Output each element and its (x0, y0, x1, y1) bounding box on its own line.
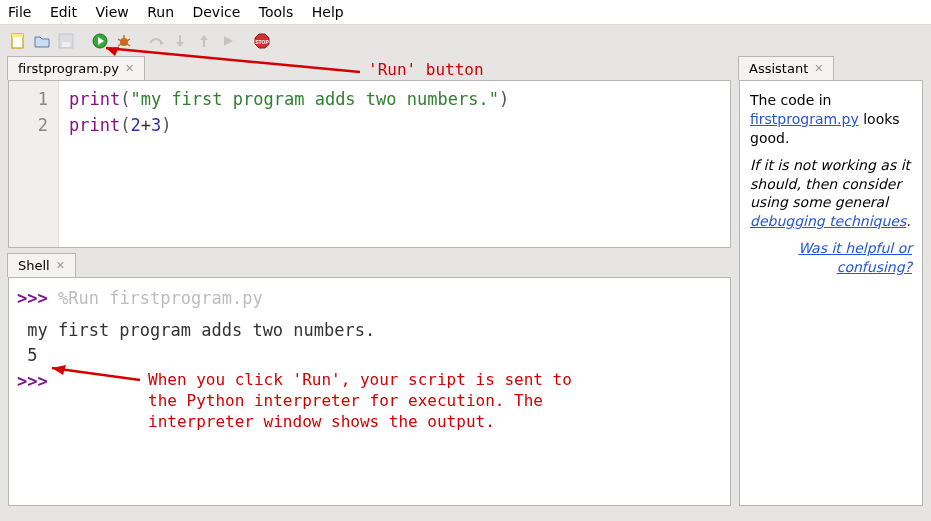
editor-panel: firstprogram.py ✕ 1 2 print("my first pr… (8, 57, 731, 248)
code-line[interactable]: print("my first program adds two numbers… (69, 87, 720, 113)
step-over-icon[interactable] (146, 31, 166, 51)
code-line[interactable]: print(2+3) (69, 113, 720, 139)
debug-icon[interactable] (114, 31, 134, 51)
assistant-tab-label: Assistant (749, 61, 808, 76)
assistant-text: The code in (750, 92, 831, 108)
tab-close-icon[interactable]: ✕ (814, 62, 823, 75)
svg-line-11 (127, 44, 130, 46)
assistant-text: If it is not working as it should, then … (750, 157, 910, 211)
shell-run-command: %Run firstprogram.py (58, 288, 263, 308)
tab-close-icon[interactable]: ✕ (125, 62, 134, 75)
shell-panel-container: Shell ✕ >>> %Run firstprogram.py my firs… (8, 254, 731, 506)
editor-tab[interactable]: firstprogram.py ✕ (7, 56, 145, 80)
svg-marker-16 (200, 35, 208, 40)
menu-edit[interactable]: Edit (50, 4, 77, 20)
menubar: File Edit View Run Device Tools Help (0, 0, 931, 25)
menu-tools[interactable]: Tools (259, 4, 294, 20)
open-file-icon[interactable] (32, 31, 52, 51)
code-editor[interactable]: 1 2 print("my first program adds two num… (9, 81, 730, 247)
assistant-content: The code in firstprogram.py looks good. … (740, 81, 922, 505)
step-out-icon[interactable] (194, 31, 214, 51)
svg-rect-1 (12, 34, 23, 37)
menu-file[interactable]: File (8, 4, 31, 20)
menu-run[interactable]: Run (147, 4, 174, 20)
run-icon[interactable] (90, 31, 110, 51)
save-icon[interactable] (56, 31, 76, 51)
step-into-icon[interactable] (170, 31, 190, 51)
svg-marker-14 (176, 42, 184, 47)
debugging-link[interactable]: debugging techniques (750, 213, 906, 229)
new-file-icon[interactable] (8, 31, 28, 51)
shell-tab-label: Shell (18, 258, 50, 273)
menu-device[interactable]: Device (192, 4, 240, 20)
svg-point-6 (120, 38, 128, 46)
shell-output[interactable]: >>> %Run firstprogram.py my first progra… (9, 278, 730, 505)
toolbar: STOP (0, 25, 931, 57)
line-gutter: 1 2 (9, 81, 59, 247)
svg-marker-17 (224, 36, 233, 46)
shell-output-line: my first program adds two numbers. (17, 318, 720, 344)
svg-line-10 (118, 44, 121, 46)
menu-help[interactable]: Help (312, 4, 344, 20)
svg-rect-3 (62, 42, 70, 47)
shell-output-line: 5 (17, 343, 720, 369)
svg-line-9 (127, 39, 130, 41)
assistant-panel-container: Assistant ✕ The code in firstprogram.py … (739, 57, 923, 506)
shell-prompt: >>> (17, 288, 48, 308)
assistant-text: . (906, 213, 910, 229)
resume-icon[interactable] (218, 31, 238, 51)
assistant-file-link[interactable]: firstprogram.py (750, 111, 859, 127)
assistant-tab[interactable]: Assistant ✕ (738, 56, 834, 80)
shell-prompt: >>> (17, 371, 48, 391)
assistant-feedback-link[interactable]: Was it helpful or confusing? (798, 240, 912, 275)
tab-close-icon[interactable]: ✕ (56, 259, 65, 272)
editor-tab-label: firstprogram.py (18, 61, 119, 76)
shell-tab[interactable]: Shell ✕ (7, 253, 76, 277)
svg-line-8 (118, 39, 121, 41)
stop-icon[interactable]: STOP (252, 31, 272, 51)
menu-view[interactable]: View (95, 4, 128, 20)
svg-text:STOP: STOP (255, 39, 269, 45)
